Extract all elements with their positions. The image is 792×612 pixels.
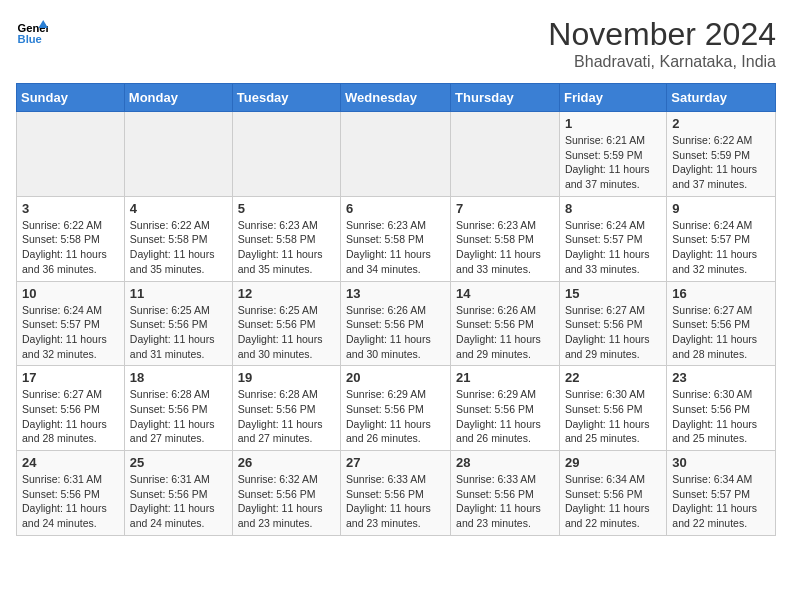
calendar-cell: 13Sunrise: 6:26 AMSunset: 5:56 PMDayligh… <box>341 281 451 366</box>
day-number: 28 <box>456 455 554 470</box>
calendar-week-4: 24Sunrise: 6:31 AMSunset: 5:56 PMDayligh… <box>17 451 776 536</box>
calendar-cell: 1Sunrise: 6:21 AMSunset: 5:59 PMDaylight… <box>559 112 666 197</box>
calendar-cell: 3Sunrise: 6:22 AMSunset: 5:58 PMDaylight… <box>17 196 125 281</box>
day-number: 5 <box>238 201 335 216</box>
calendar-cell: 11Sunrise: 6:25 AMSunset: 5:56 PMDayligh… <box>124 281 232 366</box>
calendar-cell: 18Sunrise: 6:28 AMSunset: 5:56 PMDayligh… <box>124 366 232 451</box>
calendar-table: SundayMondayTuesdayWednesdayThursdayFrid… <box>16 83 776 536</box>
calendar-cell <box>451 112 560 197</box>
day-detail: Sunrise: 6:28 AMSunset: 5:56 PMDaylight:… <box>130 387 227 446</box>
day-detail: Sunrise: 6:25 AMSunset: 5:56 PMDaylight:… <box>238 303 335 362</box>
day-detail: Sunrise: 6:27 AMSunset: 5:56 PMDaylight:… <box>672 303 770 362</box>
weekday-monday: Monday <box>124 84 232 112</box>
weekday-tuesday: Tuesday <box>232 84 340 112</box>
day-detail: Sunrise: 6:25 AMSunset: 5:56 PMDaylight:… <box>130 303 227 362</box>
day-detail: Sunrise: 6:27 AMSunset: 5:56 PMDaylight:… <box>565 303 661 362</box>
calendar-cell: 6Sunrise: 6:23 AMSunset: 5:58 PMDaylight… <box>341 196 451 281</box>
day-number: 19 <box>238 370 335 385</box>
calendar-cell: 29Sunrise: 6:34 AMSunset: 5:56 PMDayligh… <box>559 451 666 536</box>
day-number: 18 <box>130 370 227 385</box>
weekday-wednesday: Wednesday <box>341 84 451 112</box>
calendar-cell: 30Sunrise: 6:34 AMSunset: 5:57 PMDayligh… <box>667 451 776 536</box>
day-detail: Sunrise: 6:22 AMSunset: 5:58 PMDaylight:… <box>130 218 227 277</box>
weekday-header-row: SundayMondayTuesdayWednesdayThursdayFrid… <box>17 84 776 112</box>
calendar-cell: 17Sunrise: 6:27 AMSunset: 5:56 PMDayligh… <box>17 366 125 451</box>
day-detail: Sunrise: 6:34 AMSunset: 5:56 PMDaylight:… <box>565 472 661 531</box>
day-detail: Sunrise: 6:23 AMSunset: 5:58 PMDaylight:… <box>346 218 445 277</box>
day-detail: Sunrise: 6:33 AMSunset: 5:56 PMDaylight:… <box>456 472 554 531</box>
logo: General Blue <box>16 16 48 48</box>
day-detail: Sunrise: 6:30 AMSunset: 5:56 PMDaylight:… <box>672 387 770 446</box>
calendar-week-2: 10Sunrise: 6:24 AMSunset: 5:57 PMDayligh… <box>17 281 776 366</box>
calendar-cell: 19Sunrise: 6:28 AMSunset: 5:56 PMDayligh… <box>232 366 340 451</box>
day-detail: Sunrise: 6:28 AMSunset: 5:56 PMDaylight:… <box>238 387 335 446</box>
weekday-thursday: Thursday <box>451 84 560 112</box>
day-detail: Sunrise: 6:31 AMSunset: 5:56 PMDaylight:… <box>22 472 119 531</box>
calendar-week-3: 17Sunrise: 6:27 AMSunset: 5:56 PMDayligh… <box>17 366 776 451</box>
calendar-cell: 24Sunrise: 6:31 AMSunset: 5:56 PMDayligh… <box>17 451 125 536</box>
day-number: 13 <box>346 286 445 301</box>
day-number: 21 <box>456 370 554 385</box>
calendar-cell: 9Sunrise: 6:24 AMSunset: 5:57 PMDaylight… <box>667 196 776 281</box>
calendar-cell: 28Sunrise: 6:33 AMSunset: 5:56 PMDayligh… <box>451 451 560 536</box>
day-number: 2 <box>672 116 770 131</box>
calendar-cell: 12Sunrise: 6:25 AMSunset: 5:56 PMDayligh… <box>232 281 340 366</box>
title-block: November 2024 Bhadravati, Karnataka, Ind… <box>548 16 776 71</box>
calendar-cell: 26Sunrise: 6:32 AMSunset: 5:56 PMDayligh… <box>232 451 340 536</box>
day-number: 23 <box>672 370 770 385</box>
day-detail: Sunrise: 6:21 AMSunset: 5:59 PMDaylight:… <box>565 133 661 192</box>
day-number: 27 <box>346 455 445 470</box>
day-number: 4 <box>130 201 227 216</box>
day-number: 8 <box>565 201 661 216</box>
calendar-cell: 21Sunrise: 6:29 AMSunset: 5:56 PMDayligh… <box>451 366 560 451</box>
calendar-cell: 4Sunrise: 6:22 AMSunset: 5:58 PMDaylight… <box>124 196 232 281</box>
day-number: 29 <box>565 455 661 470</box>
location: Bhadravati, Karnataka, India <box>548 53 776 71</box>
day-detail: Sunrise: 6:32 AMSunset: 5:56 PMDaylight:… <box>238 472 335 531</box>
calendar-week-1: 3Sunrise: 6:22 AMSunset: 5:58 PMDaylight… <box>17 196 776 281</box>
day-detail: Sunrise: 6:24 AMSunset: 5:57 PMDaylight:… <box>22 303 119 362</box>
day-number: 11 <box>130 286 227 301</box>
calendar-cell: 2Sunrise: 6:22 AMSunset: 5:59 PMDaylight… <box>667 112 776 197</box>
day-detail: Sunrise: 6:30 AMSunset: 5:56 PMDaylight:… <box>565 387 661 446</box>
day-detail: Sunrise: 6:27 AMSunset: 5:56 PMDaylight:… <box>22 387 119 446</box>
day-number: 25 <box>130 455 227 470</box>
calendar-cell <box>341 112 451 197</box>
day-detail: Sunrise: 6:22 AMSunset: 5:59 PMDaylight:… <box>672 133 770 192</box>
calendar-cell: 7Sunrise: 6:23 AMSunset: 5:58 PMDaylight… <box>451 196 560 281</box>
day-detail: Sunrise: 6:24 AMSunset: 5:57 PMDaylight:… <box>672 218 770 277</box>
page-header: General Blue November 2024 Bhadravati, K… <box>16 16 776 71</box>
calendar-cell <box>17 112 125 197</box>
calendar-body: 1Sunrise: 6:21 AMSunset: 5:59 PMDaylight… <box>17 112 776 536</box>
day-number: 14 <box>456 286 554 301</box>
day-number: 26 <box>238 455 335 470</box>
day-detail: Sunrise: 6:33 AMSunset: 5:56 PMDaylight:… <box>346 472 445 531</box>
calendar-cell: 14Sunrise: 6:26 AMSunset: 5:56 PMDayligh… <box>451 281 560 366</box>
calendar-cell: 20Sunrise: 6:29 AMSunset: 5:56 PMDayligh… <box>341 366 451 451</box>
calendar-header: SundayMondayTuesdayWednesdayThursdayFrid… <box>17 84 776 112</box>
day-number: 12 <box>238 286 335 301</box>
calendar-cell: 27Sunrise: 6:33 AMSunset: 5:56 PMDayligh… <box>341 451 451 536</box>
month-title: November 2024 <box>548 16 776 53</box>
calendar-cell: 25Sunrise: 6:31 AMSunset: 5:56 PMDayligh… <box>124 451 232 536</box>
calendar-cell: 23Sunrise: 6:30 AMSunset: 5:56 PMDayligh… <box>667 366 776 451</box>
calendar-cell <box>124 112 232 197</box>
svg-text:Blue: Blue <box>18 33 42 45</box>
day-number: 30 <box>672 455 770 470</box>
day-detail: Sunrise: 6:26 AMSunset: 5:56 PMDaylight:… <box>346 303 445 362</box>
calendar-cell <box>232 112 340 197</box>
calendar-cell: 8Sunrise: 6:24 AMSunset: 5:57 PMDaylight… <box>559 196 666 281</box>
day-detail: Sunrise: 6:34 AMSunset: 5:57 PMDaylight:… <box>672 472 770 531</box>
weekday-friday: Friday <box>559 84 666 112</box>
day-detail: Sunrise: 6:29 AMSunset: 5:56 PMDaylight:… <box>346 387 445 446</box>
day-number: 17 <box>22 370 119 385</box>
weekday-saturday: Saturday <box>667 84 776 112</box>
calendar-cell: 22Sunrise: 6:30 AMSunset: 5:56 PMDayligh… <box>559 366 666 451</box>
day-detail: Sunrise: 6:24 AMSunset: 5:57 PMDaylight:… <box>565 218 661 277</box>
calendar-cell: 10Sunrise: 6:24 AMSunset: 5:57 PMDayligh… <box>17 281 125 366</box>
day-number: 24 <box>22 455 119 470</box>
day-number: 22 <box>565 370 661 385</box>
day-number: 10 <box>22 286 119 301</box>
calendar-week-0: 1Sunrise: 6:21 AMSunset: 5:59 PMDaylight… <box>17 112 776 197</box>
calendar-cell: 5Sunrise: 6:23 AMSunset: 5:58 PMDaylight… <box>232 196 340 281</box>
